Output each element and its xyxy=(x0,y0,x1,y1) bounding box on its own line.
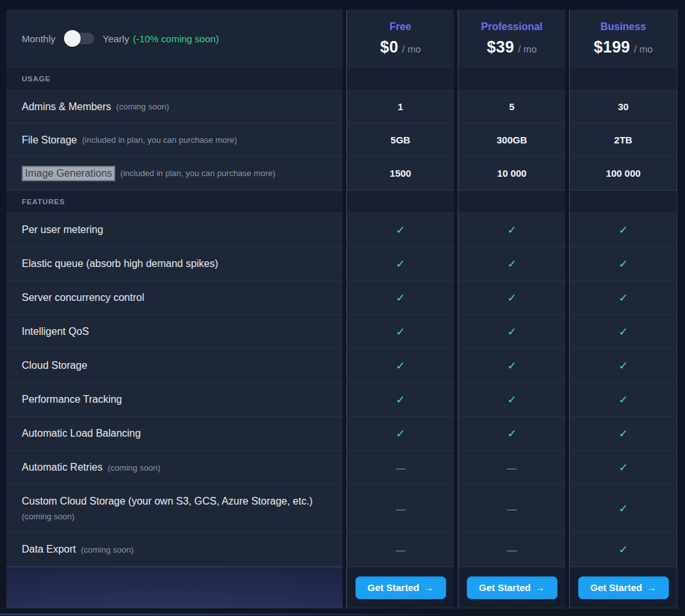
row-server-concurrency: Server concurrency control xyxy=(6,281,342,315)
yearly-label: Yearly xyxy=(103,33,129,44)
availability-cell: ✓ xyxy=(569,349,677,383)
dash-icon: — xyxy=(396,544,405,555)
monthly-label: Monthly xyxy=(22,33,56,44)
check-icon: ✓ xyxy=(507,223,516,237)
section-header-usage: USAGE xyxy=(6,67,342,90)
availability-cell: ✓ xyxy=(346,213,454,247)
availability-cell: ✓ xyxy=(458,383,565,417)
check-icon: ✓ xyxy=(507,427,516,441)
row-elastic-queue: Elastic queue (absorb high demand spikes… xyxy=(6,247,342,281)
row-image-generations: Image Generations (included in plan, you… xyxy=(6,157,342,190)
availability-cell: ✓ xyxy=(569,451,677,485)
check-icon: ✓ xyxy=(507,257,516,271)
row-custom-cloud-storage: Custom Cloud Storage (your own S3, GCS, … xyxy=(6,485,342,533)
availability-cell: ✓ xyxy=(569,383,677,417)
availability-cell: — xyxy=(346,533,454,567)
dash-icon: — xyxy=(396,462,405,473)
image-generations-highlight: Image Generations xyxy=(22,166,115,181)
check-icon: ✓ xyxy=(507,325,516,339)
availability-cell: ✓ xyxy=(346,247,454,281)
section-spacer xyxy=(458,190,565,213)
cta-cell-business: Get Started → xyxy=(569,567,677,608)
cta-cell-professional: Get Started → xyxy=(458,567,565,608)
row-per-user-metering: Per user metering xyxy=(6,213,342,247)
availability-cell: ✓ xyxy=(458,247,565,281)
section-spacer xyxy=(346,190,454,213)
billing-toggle-cell: Monthly Yearly (-10% coming soon) xyxy=(6,10,342,67)
plan-period: / mo xyxy=(402,44,421,54)
arrow-right-icon: → xyxy=(424,582,433,593)
value-cell: 300GB xyxy=(458,124,565,157)
row-automatic-load-balancing: Automatic Load Balancing xyxy=(6,417,342,451)
availability-cell: — xyxy=(458,485,565,533)
get-started-button-business[interactable]: Get Started → xyxy=(578,576,669,599)
dash-icon: — xyxy=(396,503,405,514)
value-cell: 10 000 xyxy=(458,157,565,190)
dash-icon: — xyxy=(507,462,517,473)
pricing-table: Monthly Yearly (-10% coming soon) Free $… xyxy=(6,10,677,608)
availability-cell: — xyxy=(458,451,565,485)
row-admins-members: Admins & Members (coming soon) xyxy=(6,90,342,124)
get-started-button-free[interactable]: Get Started → xyxy=(355,576,446,599)
value-cell: 5 xyxy=(458,90,565,124)
plan-price: $199 xyxy=(593,38,630,56)
availability-cell: ✓ xyxy=(569,281,677,315)
plan-header-free: Free $0 / mo xyxy=(346,10,454,67)
check-icon: ✓ xyxy=(618,502,627,515)
check-icon: ✓ xyxy=(396,223,405,237)
check-icon: ✓ xyxy=(618,543,627,556)
plan-header-professional: Professional $39 / mo xyxy=(458,10,565,67)
value-cell: 1500 xyxy=(346,157,454,190)
availability-cell: ✓ xyxy=(458,213,565,247)
plan-name: Business xyxy=(600,21,646,33)
dash-icon: — xyxy=(507,544,517,555)
check-icon: ✓ xyxy=(618,359,627,373)
check-icon: ✓ xyxy=(618,291,627,305)
plan-name: Professional xyxy=(481,21,542,33)
availability-cell: ✓ xyxy=(569,247,677,281)
cta-cell-free: Get Started → xyxy=(346,567,454,608)
check-icon: ✓ xyxy=(507,359,516,373)
row-performance-tracking: Performance Tracking xyxy=(6,383,342,417)
check-icon: ✓ xyxy=(396,393,405,407)
availability-cell: ✓ xyxy=(346,383,454,417)
availability-cell: ✓ xyxy=(458,349,565,383)
availability-cell: ✓ xyxy=(569,315,677,349)
check-icon: ✓ xyxy=(396,257,405,271)
plan-period: / mo xyxy=(518,44,536,54)
plan-price: $39 xyxy=(487,38,515,56)
value-cell: 5GB xyxy=(346,124,454,157)
value-cell: 1 xyxy=(346,90,454,124)
section-spacer xyxy=(458,67,565,90)
value-cell: 2TB xyxy=(569,124,677,157)
billing-period-toggle[interactable] xyxy=(64,30,95,47)
check-icon: ✓ xyxy=(618,427,627,441)
check-icon: ✓ xyxy=(396,359,405,373)
get-started-button-professional[interactable]: Get Started → xyxy=(467,576,558,599)
check-icon: ✓ xyxy=(618,393,627,407)
plan-period: / mo xyxy=(634,44,652,54)
check-icon: ✓ xyxy=(507,393,516,407)
dash-icon: — xyxy=(507,503,517,514)
plan-name: Free xyxy=(390,21,412,33)
plan-header-business: Business $199 / mo xyxy=(569,10,677,67)
check-icon: ✓ xyxy=(507,291,516,305)
check-icon: ✓ xyxy=(396,427,405,441)
yearly-discount-note: (-10% coming soon) xyxy=(133,33,219,44)
section-spacer xyxy=(569,67,677,90)
availability-cell: — xyxy=(458,533,565,567)
check-icon: ✓ xyxy=(618,257,627,271)
availability-cell: — xyxy=(346,451,454,485)
check-icon: ✓ xyxy=(396,291,405,305)
availability-cell: ✓ xyxy=(569,533,677,567)
availability-cell: ✓ xyxy=(346,315,454,349)
arrow-right-icon: → xyxy=(535,582,545,593)
check-icon: ✓ xyxy=(396,325,405,339)
plan-price: $0 xyxy=(380,38,398,56)
row-cloud-storage: Cloud Storage xyxy=(6,349,342,383)
availability-cell: — xyxy=(346,485,454,533)
availability-cell: ✓ xyxy=(346,281,454,315)
availability-cell: ✓ xyxy=(346,349,454,383)
section-spacer xyxy=(346,67,454,90)
check-icon: ✓ xyxy=(618,223,627,237)
